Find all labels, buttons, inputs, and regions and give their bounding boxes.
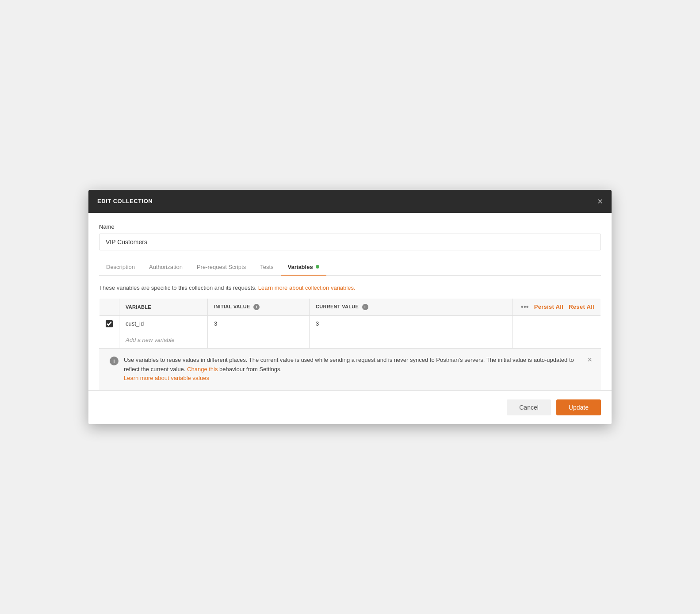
add-variable-input-cell[interactable]: Add a new variable [119, 332, 208, 348]
table-row: cust_id 3 3 [99, 315, 601, 332]
row-variable-name[interactable]: cust_id [119, 315, 208, 332]
name-input[interactable] [99, 234, 601, 250]
name-label: Name [99, 223, 601, 230]
add-variable-row: Add a new variable [99, 332, 601, 348]
variables-info-text: These variables are specific to this col… [99, 284, 601, 291]
tab-tests[interactable]: Tests [253, 259, 280, 276]
variables-table: VARIABLE INITIAL VALUE i CURRENT VALUE i… [99, 298, 601, 348]
cancel-button[interactable]: Cancel [507, 399, 551, 415]
change-this-link[interactable]: Change this [187, 366, 218, 372]
close-button[interactable]: × [597, 197, 603, 206]
add-initial-value-cell [208, 332, 310, 348]
tab-authorization[interactable]: Authorization [142, 259, 190, 276]
tab-description[interactable]: Description [99, 259, 142, 276]
notice-text: Use variables to reuse values in differe… [124, 356, 590, 383]
tab-pre-request[interactable]: Pre-request Scripts [190, 259, 253, 276]
update-button[interactable]: Update [556, 399, 601, 415]
add-actions-cell [513, 332, 601, 348]
row-current-value[interactable]: 3 [310, 315, 513, 332]
row-checkbox[interactable] [106, 320, 113, 327]
row-actions [513, 315, 601, 332]
reset-all-button[interactable]: Reset All [569, 303, 594, 310]
notice-close-button[interactable]: × [587, 356, 592, 364]
modal-body: Name Description Authorization Pre-reque… [88, 213, 612, 390]
notice-info-icon: i [110, 357, 119, 365]
persist-all-button[interactable]: Persist All [534, 303, 563, 310]
edit-collection-modal: EDIT COLLECTION × Name Description Autho… [88, 190, 612, 424]
th-check [99, 298, 119, 315]
th-current-value: CURRENT VALUE i [310, 298, 513, 315]
th-variable: VARIABLE [119, 298, 208, 315]
add-row-check [99, 332, 119, 348]
modal-header: EDIT COLLECTION × [88, 190, 612, 213]
tab-variables[interactable]: Variables [281, 259, 326, 276]
row-checkbox-cell [99, 315, 119, 332]
learn-more-variable-values-link[interactable]: Learn more about variable values [124, 375, 209, 381]
row-initial-value[interactable]: 3 [208, 315, 310, 332]
initial-value-info-icon[interactable]: i [253, 304, 260, 310]
tabs-bar: Description Authorization Pre-request Sc… [99, 259, 601, 276]
bottom-notice: i Use variables to reuse values in diffe… [99, 348, 601, 390]
current-value-info-icon[interactable]: i [362, 304, 368, 310]
add-current-value-cell [310, 332, 513, 348]
learn-more-variables-link[interactable]: Learn more about collection variables. [258, 284, 356, 291]
variables-dot [316, 265, 319, 269]
th-actions: ••• Persist All Reset All [513, 298, 601, 315]
modal-title: EDIT COLLECTION [97, 198, 153, 204]
modal-footer: Cancel Update [88, 390, 612, 424]
th-initial-value: INITIAL VALUE i [208, 298, 310, 315]
more-options-icon[interactable]: ••• [521, 303, 529, 311]
